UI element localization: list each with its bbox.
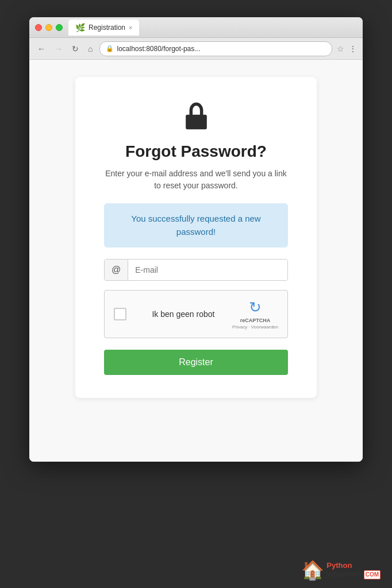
register-button[interactable]: Register (104, 350, 288, 375)
captcha-branding: ↻ reCAPTCHA Privacy · Voorwaarden (232, 299, 278, 330)
tab-leaf-icon: 🌿 (75, 23, 85, 32)
tab-label: Registration (89, 24, 125, 32)
captcha-box[interactable]: Ik ben geen robot ↻ reCAPTCHA Privacy · … (104, 290, 288, 338)
page-heading: Forgot Password? (104, 142, 288, 161)
padlock-icon (180, 100, 212, 131)
success-message: You successfully requested a new passwor… (104, 203, 288, 247)
email-input[interactable] (128, 260, 287, 280)
recaptcha-brand: reCAPTCHA (240, 318, 271, 323)
address-input-wrap[interactable]: 🔒 localhost:8080/forgot-pas... (99, 41, 332, 56)
bookmark-icon[interactable]: ☆ (337, 44, 344, 53)
watermark-house-icon: 🏠 (301, 559, 324, 581)
address-bar: ← → ↻ ⌂ 🔒 localhost:8080/forgot-pas... ☆… (29, 38, 363, 60)
captcha-checkbox[interactable] (114, 308, 126, 320)
watermark-domain-label: yihaomen. (326, 570, 363, 579)
watermark-com-label: COM (364, 570, 381, 579)
traffic-lights (35, 24, 63, 31)
email-input-group: @ (104, 259, 288, 281)
forward-button[interactable]: → (52, 43, 65, 55)
lock-icon: 🔒 (106, 45, 114, 52)
main-card: Forgot Password? Enter your e-mail addre… (75, 77, 317, 398)
email-prefix: @ (105, 260, 128, 280)
active-tab[interactable]: 🌿 Registration × (68, 20, 139, 36)
maximize-button[interactable] (56, 24, 63, 31)
svg-rect-0 (186, 115, 207, 130)
close-button[interactable] (35, 24, 42, 31)
browser-window: 🌿 Registration × ← → ↻ ⌂ 🔒 localhost:808… (29, 17, 363, 462)
back-button[interactable]: ← (35, 43, 48, 55)
recaptcha-links[interactable]: Privacy · Voorwaarden (232, 324, 278, 330)
watermark-text: Python yihaomen. COM (326, 561, 381, 580)
watermark-python-label: Python (326, 561, 381, 570)
recaptcha-icon: ↻ (249, 299, 262, 316)
title-bar: 🌿 Registration × (29, 17, 363, 38)
home-button[interactable]: ⌂ (86, 43, 95, 55)
minimize-button[interactable] (45, 24, 52, 31)
page-content: Forgot Password? Enter your e-mail addre… (29, 60, 363, 462)
refresh-button[interactable]: ↻ (70, 43, 81, 55)
page-description: Enter your e-mail address and we'll send… (104, 168, 288, 192)
watermark: 🏠 Python yihaomen. COM (301, 559, 381, 581)
menu-icon[interactable]: ⋮ (349, 44, 357, 53)
tab-close-button[interactable]: × (129, 24, 132, 31)
lock-icon-wrap (104, 100, 288, 134)
address-url: localhost:8080/forgot-pas... (117, 45, 326, 53)
captcha-label: Ik ben geen robot (134, 310, 232, 319)
tab-bar: 🌿 Registration × (68, 20, 357, 36)
